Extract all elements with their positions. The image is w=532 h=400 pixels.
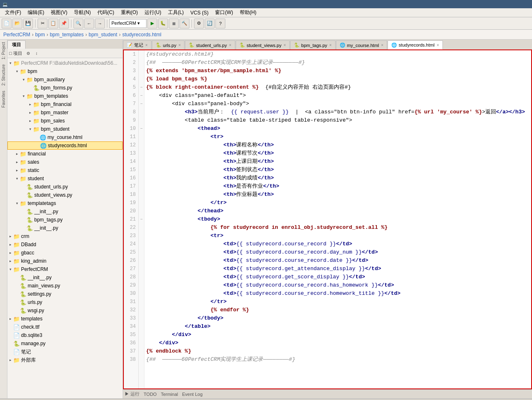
menu-item-VCSS[interactable]: VCS (S) <box>187 9 212 16</box>
tree-arrow-__init__.py[interactable] <box>21 209 26 214</box>
code-editor[interactable]: 1234567891011121314151617181920212223242… <box>123 49 532 389</box>
tree-arrow-gbacc[interactable]: ▸ <box>7 250 13 256</box>
editor-tab-mycoursehtml[interactable]: 🌐my_course.html× <box>336 40 387 49</box>
tree-item-bpm_auxiliary[interactable]: ▾📁bpm_auxiliary <box>7 75 123 84</box>
tree-arrow-studyrecords.html[interactable] <box>34 143 40 148</box>
navpath-bpm-student[interactable]: bpm_student <box>89 32 117 38</box>
toolbar-update[interactable]: 🔄 <box>205 19 215 28</box>
editor-tab-[interactable]: 📝笔记× <box>123 40 151 49</box>
code-content[interactable]: {#studyrecords.html#}{## ——————60Perfect… <box>144 50 531 388</box>
toolbar-forward[interactable]: → <box>95 19 105 28</box>
fold-16[interactable] <box>139 174 144 182</box>
fold-15[interactable] <box>139 166 144 174</box>
tree-item-笔记[interactable]: 📄笔记 <box>7 348 123 356</box>
project-panel-label[interactable]: 1: Project <box>0 40 7 62</box>
fold-19[interactable] <box>139 199 144 207</box>
tree-item-my_course.html[interactable]: 🌐my_course.html <box>7 133 123 141</box>
tab-close-my_course.html[interactable]: × <box>381 43 383 47</box>
toolbar-cut[interactable]: ✂ <box>38 19 47 28</box>
tree-item-king_admin[interactable]: ▸📁king_admin <box>7 257 123 265</box>
fold-6[interactable]: − <box>139 92 144 100</box>
tree-arrow-student_views.py[interactable] <box>21 192 26 198</box>
tab-close-student_views.py[interactable]: × <box>284 43 286 47</box>
fold-34[interactable] <box>139 322 144 331</box>
tree-arrow-student[interactable]: ▾ <box>14 176 20 181</box>
fold-12[interactable] <box>139 141 144 149</box>
tab-close-studyrecords.html[interactable]: × <box>437 43 439 47</box>
tree-item-bpm_tags.py[interactable]: 🐍bpm_tags.py <box>7 216 123 224</box>
fold-4[interactable] <box>139 75 144 83</box>
fold-38[interactable] <box>139 355 144 364</box>
tree-item-student_views.py[interactable]: 🐍student_views.py <box>7 191 123 199</box>
tree-arrow-外部库[interactable]: ▸ <box>7 357 13 363</box>
tree-item-db.sqlite3[interactable]: 📄db.sqlite3 <box>7 331 123 339</box>
tree-item-__init__.py[interactable]: 🐍__init__.py <box>7 207 123 216</box>
tree-arrow-static[interactable]: ▸ <box>14 167 20 173</box>
menu-item-O[interactable]: 重构(O) <box>118 8 141 17</box>
toolbar-new[interactable]: 📄 <box>2 19 12 28</box>
editor-tab-studenturlspy[interactable]: 🐍student_urls.py× <box>185 40 235 49</box>
fold-20[interactable] <box>139 207 144 215</box>
fold-24[interactable] <box>139 240 144 248</box>
tree-arrow-bpm[interactable]: ▾ <box>14 68 20 74</box>
tree-item-DBadd[interactable]: ▸📁DBadd <box>7 240 123 249</box>
tree-item-bpm_student[interactable]: ▾📁bpm_student <box>7 125 123 133</box>
toolbar-find[interactable]: 🔍 <box>73 19 83 28</box>
tree-item-settings.py[interactable]: 🐍settings.py <box>7 290 123 298</box>
tree-arrow-wsgi.py[interactable] <box>14 308 20 313</box>
tree-arrow-main_views.py[interactable] <box>14 283 20 289</box>
tree-arrow-manage.py[interactable] <box>7 341 13 346</box>
tree-arrow-db.sqlite3[interactable] <box>7 332 13 338</box>
menu-item-E[interactable]: 编辑(E) <box>24 8 47 17</box>
tree-arrow-settings.py[interactable] <box>14 291 20 297</box>
tree-item-templates[interactable]: ▸📁templates <box>7 315 123 323</box>
fold-37[interactable] <box>139 347 144 355</box>
menu-item-U[interactable]: 运行(U) <box>141 8 165 17</box>
fold-30[interactable] <box>139 289 144 298</box>
tree-item-wsgi.py[interactable]: 🐍wsgi.py <box>7 306 123 315</box>
tree-arrow-bpm_student[interactable]: ▾ <box>27 126 33 132</box>
toolbar-help[interactable]: ? <box>215 19 225 28</box>
tree-arrow-bpm_forms.py[interactable] <box>27 85 33 91</box>
tree-arrow-templates[interactable]: ▸ <box>7 316 13 322</box>
sidebar-tab-project[interactable]: 项目 <box>7 40 26 49</box>
tree-arrow-bpm_financial[interactable]: ▸ <box>27 101 33 107</box>
fold-21[interactable]: − <box>139 215 144 224</box>
todo-tab[interactable]: TODO <box>144 392 157 397</box>
tree-item-bpm_master[interactable]: ▸📁bpm_master <box>7 108 123 117</box>
tree-item-financial[interactable]: ▸📁financial <box>7 150 123 158</box>
proj-settings-btn[interactable]: ⚙ <box>25 49 32 57</box>
tree-item-static[interactable]: ▸📁static <box>7 166 123 174</box>
fold-32[interactable] <box>139 306 144 314</box>
tree-item-manage.py[interactable]: 🐍manage.py <box>7 339 123 348</box>
terminal-tab[interactable]: Terminal <box>161 392 178 397</box>
tree-arrow-perfectcrm-root[interactable]: ▾ <box>7 60 13 66</box>
tree-item-bpm_sales[interactable]: ▸📁bpm_sales <box>7 117 123 125</box>
tab-close-student_urls.py[interactable]: × <box>229 43 232 47</box>
tree-arrow-bpm_sales[interactable]: ▸ <box>27 118 33 124</box>
tree-arrow-bpm_auxiliary[interactable]: ▾ <box>21 77 26 82</box>
fold-9[interactable] <box>139 116 144 125</box>
tab-close-bpm_tags.py[interactable]: × <box>329 43 332 47</box>
menu-item-N[interactable]: 导航(N) <box>71 8 94 17</box>
tree-arrow-financial[interactable]: ▸ <box>14 151 20 157</box>
editor-tab-bpmtagspy[interactable]: 🐍bpm_tags.py× <box>290 40 336 49</box>
fold-35[interactable] <box>139 331 144 339</box>
fold-28[interactable] <box>139 273 144 281</box>
tree-item-perfectcrm-root[interactable]: ▾📁PerfectCRM F:\BaiduNetdiskDownload\56.… <box>7 59 123 67</box>
menu-item-F[interactable]: 文件(F) <box>2 8 24 17</box>
tree-item-bpm_forms.py[interactable]: 🐍bpm_forms.py <box>7 84 123 92</box>
tree-item-bpm_templates[interactable]: ▾📁bpm_templates <box>7 92 123 100</box>
fold-1[interactable] <box>139 50 144 59</box>
tree-item-studyrecords.html[interactable]: 🌐studyrecords.html <box>7 141 123 150</box>
fold-23[interactable] <box>139 232 144 240</box>
run-config-dropdown[interactable]: PerfectCRM ▾ <box>109 19 147 28</box>
fold-11[interactable] <box>139 133 144 141</box>
navpath-perfectcrm[interactable]: PerfectCRM <box>3 32 30 38</box>
fold-5[interactable]: − <box>139 83 144 92</box>
tree-arrow-my_course.html[interactable] <box>34 134 40 140</box>
fold-10[interactable]: − <box>139 125 144 133</box>
fold-33[interactable] <box>139 314 144 322</box>
toolbar-copy[interactable]: 📋 <box>48 19 58 28</box>
tree-arrow-bpm_templates[interactable]: ▾ <box>21 93 26 99</box>
